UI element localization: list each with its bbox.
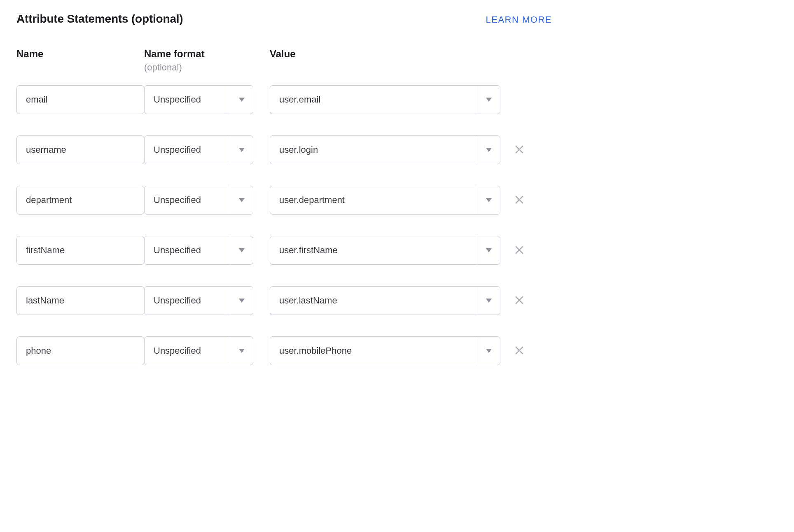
attribute-value-combobox[interactable]: user.firstName	[270, 236, 500, 265]
attribute-value-combobox[interactable]: user.lastName	[270, 286, 500, 315]
attribute-name-input[interactable]	[16, 286, 144, 315]
svg-marker-18	[239, 349, 245, 353]
remove-row-button[interactable]	[514, 245, 525, 256]
name-format-select[interactable]: Unspecified	[144, 85, 253, 114]
name-format-value: Unspecified	[145, 195, 201, 205]
attribute-name-input[interactable]	[16, 85, 144, 114]
name-format-value: Unspecified	[145, 295, 201, 306]
attribute-value-text: user.mobilePhone	[270, 345, 477, 356]
attribute-row: Unspecifieduser.email	[16, 85, 552, 114]
attribute-name-input[interactable]	[16, 336, 144, 365]
name-format-select[interactable]: Unspecified	[144, 186, 253, 215]
chevron-down-icon[interactable]	[477, 136, 500, 164]
attribute-name-input[interactable]	[16, 186, 144, 215]
name-format-select[interactable]: Unspecified	[144, 236, 253, 265]
attribute-row: Unspecifieduser.mobilePhone	[16, 336, 552, 365]
section-header: Attribute Statements (optional) LEARN MO…	[16, 12, 552, 26]
svg-marker-7	[486, 198, 492, 202]
name-format-value: Unspecified	[145, 94, 201, 105]
svg-marker-1	[486, 98, 492, 102]
name-format-value: Unspecified	[145, 145, 201, 155]
svg-marker-6	[239, 198, 245, 202]
attribute-value-combobox[interactable]: user.department	[270, 186, 500, 215]
column-header-format-label: Name format	[144, 48, 205, 59]
chevron-down-icon[interactable]	[477, 337, 500, 365]
name-format-value: Unspecified	[145, 245, 201, 256]
column-header-format-sub: (optional)	[144, 62, 253, 73]
column-header-format: Name format (optional)	[144, 48, 253, 73]
attribute-value-combobox[interactable]: user.email	[270, 85, 500, 114]
chevron-down-icon	[230, 236, 253, 264]
section-title: Attribute Statements (optional)	[16, 12, 183, 26]
attribute-name-input[interactable]	[16, 135, 144, 164]
chevron-down-icon[interactable]	[477, 287, 500, 315]
svg-marker-0	[239, 98, 245, 102]
attribute-row: Unspecifieduser.login	[16, 135, 552, 164]
attribute-value-text: user.firstName	[270, 245, 477, 256]
name-format-value: Unspecified	[145, 345, 201, 356]
remove-row-button[interactable]	[514, 345, 525, 357]
svg-marker-15	[486, 299, 492, 303]
learn-more-link[interactable]: LEARN MORE	[486, 14, 552, 25]
chevron-down-icon	[230, 287, 253, 315]
close-icon	[515, 245, 524, 256]
remove-row-button[interactable]	[514, 295, 525, 306]
column-header-value: Value	[270, 48, 500, 60]
attribute-value-text: user.lastName	[270, 295, 477, 306]
attribute-value-text: user.email	[270, 94, 477, 105]
chevron-down-icon	[230, 186, 253, 214]
close-icon	[515, 296, 524, 306]
attribute-value-combobox[interactable]: user.mobilePhone	[270, 336, 500, 365]
chevron-down-icon[interactable]	[477, 186, 500, 214]
column-header-name: Name	[16, 48, 144, 60]
chevron-down-icon	[230, 136, 253, 164]
svg-marker-2	[239, 148, 245, 152]
svg-marker-19	[486, 349, 492, 353]
attribute-row: Unspecifieduser.lastName	[16, 286, 552, 315]
svg-marker-10	[239, 248, 245, 252]
chevron-down-icon[interactable]	[477, 236, 500, 264]
chevron-down-icon	[230, 337, 253, 365]
chevron-down-icon	[230, 86, 253, 114]
name-format-select[interactable]: Unspecified	[144, 135, 253, 164]
close-icon	[515, 195, 524, 205]
svg-marker-3	[486, 148, 492, 152]
attribute-row: Unspecifieduser.department	[16, 186, 552, 215]
name-format-select[interactable]: Unspecified	[144, 286, 253, 315]
attribute-name-input[interactable]	[16, 236, 144, 265]
attribute-row: Unspecifieduser.firstName	[16, 236, 552, 265]
remove-row-button[interactable]	[514, 194, 525, 206]
svg-marker-14	[239, 299, 245, 303]
column-headers: Name Name format (optional) Value	[16, 48, 552, 73]
svg-marker-11	[486, 248, 492, 252]
attribute-value-text: user.login	[270, 145, 477, 155]
attribute-value-combobox[interactable]: user.login	[270, 135, 500, 164]
close-icon	[515, 145, 524, 155]
chevron-down-icon[interactable]	[477, 86, 500, 114]
attribute-value-text: user.department	[270, 195, 477, 205]
close-icon	[515, 346, 524, 356]
remove-row-button[interactable]	[514, 144, 525, 156]
name-format-select[interactable]: Unspecified	[144, 336, 253, 365]
